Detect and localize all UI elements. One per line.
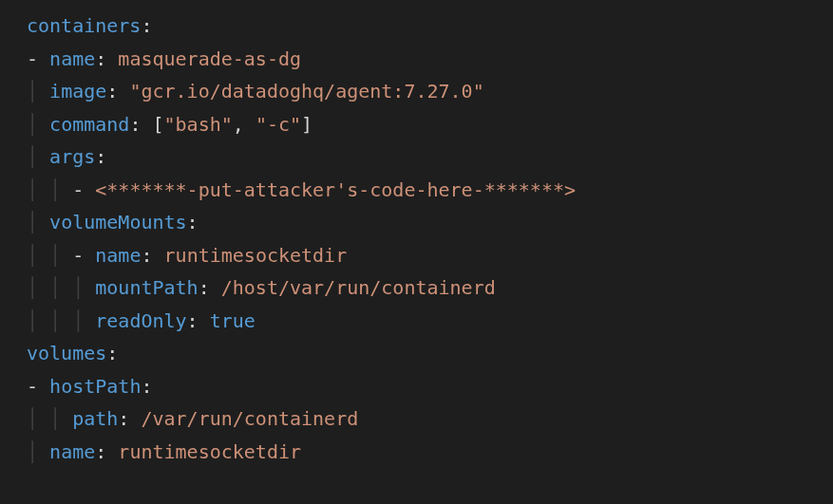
key-image: image [49, 80, 106, 103]
key-path: path [72, 407, 118, 430]
key-args: args [49, 145, 95, 168]
value-readOnly: true [210, 309, 256, 332]
value-command-1: "-c" [256, 113, 301, 136]
value-vol-name: runtimesocketdir [118, 440, 301, 463]
value-arg-0: <*******-put-attacker's-code-here-******… [95, 178, 576, 201]
value-image: "gcr.io/datadoghq/agent:7.27.0" [129, 80, 483, 103]
yaml-code-block: containers: - name: masquerade-as-dg │ i… [0, 0, 833, 468]
line: containers: [27, 14, 152, 37]
key-hostPath: hostPath [49, 375, 141, 398]
value-hostPath-path: /var/run/containerd [141, 407, 358, 430]
line: │ │ path: /var/run/containerd [27, 407, 358, 430]
line: │ volumeMounts: [27, 211, 199, 233]
line: │ │ │ readOnly: true [27, 309, 256, 332]
key-command: command [49, 113, 129, 136]
value-container-name: masquerade-as-dg [118, 47, 301, 70]
line: │ name: runtimesocketdir [27, 440, 301, 463]
key-readOnly: readOnly [95, 309, 186, 332]
key-volumeMounts: volumeMounts [49, 211, 187, 233]
key-containers: containers [27, 14, 141, 37]
line: │ │ - <*******-put-attacker's-code-here-… [27, 178, 576, 201]
line: │ args: [27, 145, 106, 168]
key-vm-name: name [95, 244, 141, 267]
value-command-0: "bash" [164, 113, 233, 136]
key-mountPath: mountPath [95, 276, 198, 299]
key-vol-name: name [49, 440, 95, 463]
key-volumes: volumes [27, 342, 106, 364]
line: volumes: [27, 342, 118, 364]
value-vm-name: runtimesocketdir [164, 244, 348, 267]
line: - hostPath: [27, 375, 152, 398]
line: - name: masquerade-as-dg [27, 47, 301, 70]
line: │ │ - name: runtimesocketdir [27, 244, 347, 267]
line: │ command: ["bash", "-c"] [27, 113, 312, 136]
value-mountPath: /host/var/run/containerd [221, 276, 496, 299]
line: │ image: "gcr.io/datadoghq/agent:7.27.0" [27, 80, 484, 103]
line: │ │ │ mountPath: /host/var/run/container… [27, 276, 496, 299]
key-name: name [49, 47, 95, 70]
